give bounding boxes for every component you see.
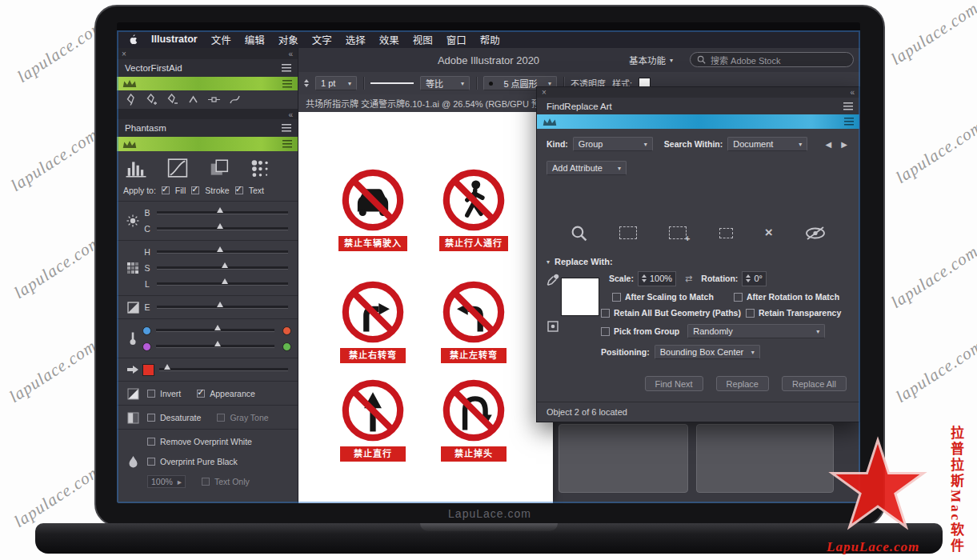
replace-with-header[interactable]: ▾ Replace With: xyxy=(547,257,850,266)
menu-select[interactable]: 选择 xyxy=(346,32,366,47)
add-anchor-tool-icon[interactable] xyxy=(146,94,158,106)
brightness-slider[interactable] xyxy=(157,211,288,214)
apple-icon[interactable] xyxy=(128,34,138,45)
color-swatch[interactable] xyxy=(142,364,154,376)
overprint-pure-black-checkbox[interactable] xyxy=(147,458,155,466)
temperature-slider[interactable] xyxy=(156,329,274,332)
panel-menu-icon[interactable] xyxy=(282,140,292,148)
panel-menu-icon[interactable] xyxy=(282,124,291,132)
retain-transparency-checkbox[interactable] xyxy=(746,309,755,318)
pick-mode-select[interactable]: Randomly▾ xyxy=(687,324,825,338)
eyedropper-icon[interactable] xyxy=(547,273,560,286)
add-attribute-button[interactable]: Add Attribute▾ xyxy=(547,161,627,175)
slider-thumb[interactable] xyxy=(217,302,223,307)
saturation-slider[interactable] xyxy=(157,266,288,270)
slider-thumb[interactable] xyxy=(222,262,228,268)
pen-tool-icon[interactable] xyxy=(125,94,137,106)
artboard[interactable]: 禁止车辆驶入 禁止行人通行 xyxy=(298,112,553,503)
menu-type[interactable]: 文字 xyxy=(312,32,332,47)
convert-point-tool-icon[interactable] xyxy=(187,94,199,106)
slider-thumb[interactable] xyxy=(214,325,221,330)
vectorfirstaid-tab[interactable]: VectorFirstAid xyxy=(117,59,298,77)
find-next-icon[interactable]: ▶ xyxy=(839,140,850,149)
text-only-checkbox[interactable] xyxy=(202,478,210,486)
workspace-switcher[interactable]: 基本功能 ▾ xyxy=(629,54,673,66)
sample-icon[interactable] xyxy=(547,321,559,332)
select-result-icon[interactable] xyxy=(619,226,637,239)
slider-thumb[interactable] xyxy=(164,364,170,370)
panel-menu-icon[interactable] xyxy=(843,102,853,110)
remove-overprint-white-checkbox[interactable] xyxy=(147,438,155,446)
find-next-button[interactable]: Find Next xyxy=(645,376,703,391)
sign-no-pedestrians[interactable]: 禁止行人通行 xyxy=(430,167,518,251)
find-previous-icon[interactable]: ◀ xyxy=(823,140,835,149)
collapse-icon[interactable]: « xyxy=(288,110,293,119)
menu-view[interactable]: 视图 xyxy=(413,32,433,47)
collapse-icon[interactable]: « xyxy=(850,88,855,97)
delete-anchor-tool-icon[interactable] xyxy=(166,94,178,106)
menu-app-name[interactable]: Illustrator xyxy=(151,34,198,45)
levels-icon[interactable] xyxy=(125,158,147,178)
tint-slider[interactable] xyxy=(156,345,274,348)
retain-geometry-checkbox[interactable] xyxy=(601,309,610,318)
pick-from-group-checkbox[interactable] xyxy=(601,327,610,336)
collapse-icon[interactable]: « xyxy=(288,50,293,58)
invert-checkbox[interactable] xyxy=(147,390,155,398)
menu-help[interactable]: 帮助 xyxy=(480,32,500,47)
add-to-selection-icon[interactable]: + xyxy=(669,226,687,239)
document-tab[interactable]: 共场所指示牌 交通警示牌6.10-1.ai @ 26.54% (RGB/GPU … xyxy=(298,94,573,112)
contrast-slider[interactable] xyxy=(157,227,288,230)
rotation-input[interactable]: 0° xyxy=(742,271,767,286)
fill-checkbox[interactable] xyxy=(162,186,170,194)
desaturate-checkbox[interactable] xyxy=(147,414,155,422)
stroke-weight-select[interactable]: 1 pt▾ xyxy=(315,76,357,90)
after-scaling-checkbox[interactable] xyxy=(612,293,621,302)
slider-thumb[interactable] xyxy=(222,278,228,284)
lightness-slider[interactable] xyxy=(157,282,288,286)
phantasm-tab[interactable]: Phantasm xyxy=(117,119,298,137)
replacement-swatch[interactable] xyxy=(561,278,599,316)
slider-thumb[interactable] xyxy=(217,207,223,213)
menu-effect[interactable]: 效果 xyxy=(379,32,399,47)
hide-result-icon[interactable] xyxy=(805,226,826,240)
menu-edit[interactable]: 编辑 xyxy=(245,32,265,47)
findreplace-tab[interactable]: FindReplace Art xyxy=(537,98,859,114)
slider-thumb[interactable] xyxy=(217,223,223,229)
replace-all-button[interactable]: Replace All xyxy=(782,376,847,391)
search-within-select[interactable]: Document▾ xyxy=(727,137,807,151)
menu-file[interactable]: 文件 xyxy=(211,32,231,47)
sign-no-vehicles[interactable]: 禁止车辆驶入 xyxy=(329,167,417,251)
scale-stepper[interactable] xyxy=(642,274,647,282)
duotone-icon[interactable] xyxy=(208,158,230,178)
gray-tone-checkbox[interactable] xyxy=(217,414,225,422)
kind-select[interactable]: Group▾ xyxy=(573,137,653,151)
exposure-slider[interactable] xyxy=(157,306,288,309)
sign-no-left-turn[interactable]: 禁止左转弯 xyxy=(430,279,518,363)
panel-menu-icon[interactable] xyxy=(282,80,292,88)
menu-object[interactable]: 对象 xyxy=(278,32,298,47)
node-tool-icon[interactable] xyxy=(208,94,220,106)
zoom-to-result-icon[interactable] xyxy=(571,225,587,242)
stock-search-input[interactable]: 搜索 Adobe Stock xyxy=(690,52,854,67)
subtract-selection-icon[interactable] xyxy=(719,228,733,238)
slider-thumb[interactable] xyxy=(217,246,223,252)
smooth-tool-icon[interactable] xyxy=(229,94,241,106)
text-checkbox[interactable] xyxy=(235,186,243,194)
stroke-profile-select[interactable]: 等比▾ xyxy=(420,76,470,90)
close-icon[interactable]: × xyxy=(542,88,547,97)
link-icon[interactable]: ⇄ xyxy=(685,274,692,284)
rotation-stepper[interactable] xyxy=(746,274,751,282)
clear-icon[interactable]: × xyxy=(765,226,773,239)
menu-window[interactable]: 窗口 xyxy=(446,32,466,47)
appearance-checkbox[interactable] xyxy=(197,390,205,398)
sign-no-right-turn[interactable]: 禁止右转弯 xyxy=(329,279,417,363)
amount-slider[interactable] xyxy=(159,368,288,371)
stroke-checkbox[interactable] xyxy=(191,186,199,194)
slider-thumb[interactable] xyxy=(214,341,221,346)
panel-menu-icon[interactable] xyxy=(282,64,291,72)
sign-no-straight[interactable]: 禁止直行 xyxy=(329,378,417,462)
curves-icon[interactable] xyxy=(166,158,189,178)
replace-button[interactable]: Replace xyxy=(716,376,769,391)
scale-input[interactable]: 100% xyxy=(638,271,676,286)
after-rotation-checkbox[interactable] xyxy=(734,293,743,302)
